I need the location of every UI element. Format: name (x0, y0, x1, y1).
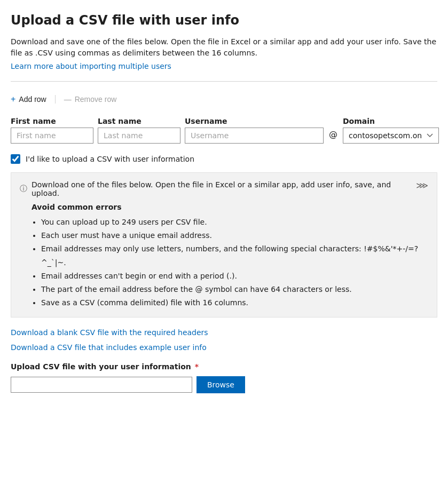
section-divider (11, 81, 437, 82)
download-blank-csv-link[interactable]: Download a blank CSV file with the requi… (11, 328, 437, 337)
csv-upload-checkbox-label[interactable]: I'd like to upload a CSV with user infor… (26, 155, 194, 163)
user-form: First name Last name Username @ Domain c… (11, 117, 437, 144)
remove-row-button[interactable]: — Remove row (64, 93, 117, 106)
list-item: Email addresses may only use letters, nu… (41, 242, 428, 269)
at-sign: @ (328, 129, 339, 139)
page-description: Download and save one of the files below… (11, 36, 437, 59)
list-item: The part of the email address before the… (41, 283, 428, 296)
first-name-label: First name (11, 117, 93, 125)
username-label: Username (185, 117, 324, 125)
upload-row: Browse (11, 376, 437, 393)
list-item: You can upload up to 249 users per CSV f… (41, 216, 428, 229)
upload-label-text: Upload CSV file with your user informati… (11, 362, 191, 371)
last-name-input[interactable] (98, 128, 180, 144)
row-toolbar: + Add row — Remove row (11, 92, 437, 106)
required-indicator: * (195, 362, 199, 371)
list-item: Each user must have a unique email addre… (41, 229, 428, 242)
info-box-description: Download one of the files below. Open th… (32, 180, 416, 197)
info-box-header: ⓘ Download one of the files below. Open … (20, 180, 428, 197)
add-row-label: Add row (19, 95, 46, 104)
learn-more-link[interactable]: Learn more about importing multiple user… (11, 62, 171, 70)
page-title: Upload a CSV file with user info (11, 13, 437, 28)
add-row-button[interactable]: + Add row (11, 92, 46, 106)
domain-group: Domain contosopetscom.onmic... (343, 117, 439, 144)
avoid-errors-title: Avoid common errors (32, 203, 428, 211)
remove-row-label: Remove row (75, 95, 117, 104)
remove-row-dash-icon: — (64, 95, 72, 104)
first-name-group: First name (11, 117, 93, 144)
info-box: ⓘ Download one of the files below. Open … (11, 172, 437, 318)
info-circle-icon: ⓘ (20, 184, 27, 194)
csv-upload-checkbox[interactable] (11, 154, 20, 164)
domain-label: Domain (343, 117, 439, 125)
upload-label: Upload CSV file with your user informati… (11, 362, 437, 371)
last-name-group: Last name (98, 117, 180, 144)
browse-button[interactable]: Browse (197, 376, 245, 393)
domain-select[interactable]: contosopetscom.onmic... (343, 128, 439, 144)
upload-file-input[interactable] (11, 377, 192, 393)
username-group: Username (185, 117, 324, 144)
collapse-icon[interactable]: ⋙ (416, 180, 428, 191)
error-list: You can upload up to 249 users per CSV f… (41, 216, 428, 310)
username-input[interactable] (185, 128, 324, 144)
last-name-label: Last name (98, 117, 180, 125)
list-item: Email addresses can't begin or end with … (41, 269, 428, 283)
download-example-csv-link[interactable]: Download a CSV file that includes exampl… (11, 343, 437, 352)
plus-icon: + (11, 94, 15, 104)
upload-section: Upload CSV file with your user informati… (11, 362, 437, 393)
form-field-row: First name Last name Username @ Domain c… (11, 117, 437, 144)
info-box-title-row: ⓘ Download one of the files below. Open … (20, 180, 416, 197)
csv-upload-checkbox-row: I'd like to upload a CSV with user infor… (11, 154, 437, 164)
list-item: Save as a CSV (comma delimited) file wit… (41, 296, 428, 310)
toolbar-divider (55, 95, 56, 104)
first-name-input[interactable] (11, 128, 93, 144)
